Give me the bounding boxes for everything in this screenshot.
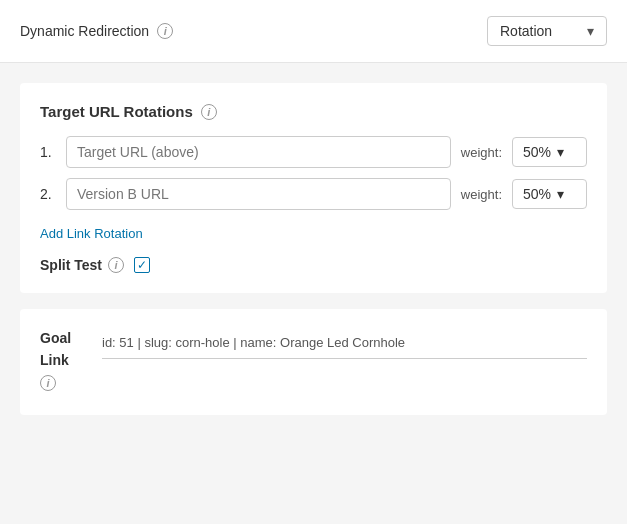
goal-sublabel: Link: [40, 351, 69, 369]
split-test-text: Split Test: [40, 257, 102, 273]
weight-value-1: 50%: [523, 144, 551, 160]
url-rotations-title-text: Target URL Rotations: [40, 103, 193, 120]
goal-row: Goal Link i id: 51 | slug: corn-hole | n…: [40, 329, 587, 391]
weight-chevron-2: ▾: [557, 186, 564, 202]
weight-chevron-1: ▾: [557, 144, 564, 160]
goal-link-value: id: 51 | slug: corn-hole | name: Orange …: [102, 329, 587, 359]
weight-label-1: weight:: [461, 145, 502, 160]
dynamic-redirection-info-icon[interactable]: i: [157, 23, 173, 39]
split-test-checkbox[interactable]: ✓: [134, 257, 150, 273]
split-test-info-icon[interactable]: i: [108, 257, 124, 273]
weight-value-2: 50%: [523, 186, 551, 202]
checkbox-check-icon: ✓: [137, 258, 147, 272]
dynamic-redirection-section: Dynamic Redirection i: [20, 23, 173, 39]
weight-label-2: weight:: [461, 187, 502, 202]
url-item-1: 1. weight: 50% ▾: [40, 136, 587, 168]
url-input-1[interactable]: [66, 136, 451, 168]
rotation-dropdown[interactable]: Rotation ▾: [487, 16, 607, 46]
goal-label-block: Goal Link i: [40, 329, 90, 391]
rotation-dropdown-value: Rotation: [500, 23, 552, 39]
weight-dropdown-2[interactable]: 50% ▾: [512, 179, 587, 209]
split-test-label: Split Test i: [40, 257, 124, 273]
url-list: 1. weight: 50% ▾ 2. weight: 50% ▾: [40, 136, 587, 210]
url-item-2: 2. weight: 50% ▾: [40, 178, 587, 210]
top-bar: Dynamic Redirection i Rotation ▾: [0, 0, 627, 63]
url-input-2[interactable]: [66, 178, 451, 210]
url-item-2-number: 2.: [40, 186, 56, 202]
goal-link-card: Goal Link i id: 51 | slug: corn-hole | n…: [20, 309, 607, 415]
dynamic-redirection-label: Dynamic Redirection: [20, 23, 149, 39]
rotation-dropdown-chevron: ▾: [587, 23, 594, 39]
add-link-rotation[interactable]: Add Link Rotation: [40, 226, 143, 241]
main-content: Target URL Rotations i 1. weight: 50% ▾ …: [0, 63, 627, 524]
weight-dropdown-1[interactable]: 50% ▾: [512, 137, 587, 167]
split-test-row: Split Test i ✓: [40, 257, 587, 273]
url-rotations-info-icon[interactable]: i: [201, 104, 217, 120]
url-item-1-number: 1.: [40, 144, 56, 160]
url-rotations-card: Target URL Rotations i 1. weight: 50% ▾ …: [20, 83, 607, 293]
url-rotations-title: Target URL Rotations i: [40, 103, 587, 120]
goal-info-icon[interactable]: i: [40, 375, 56, 391]
goal-label: Goal: [40, 329, 71, 347]
